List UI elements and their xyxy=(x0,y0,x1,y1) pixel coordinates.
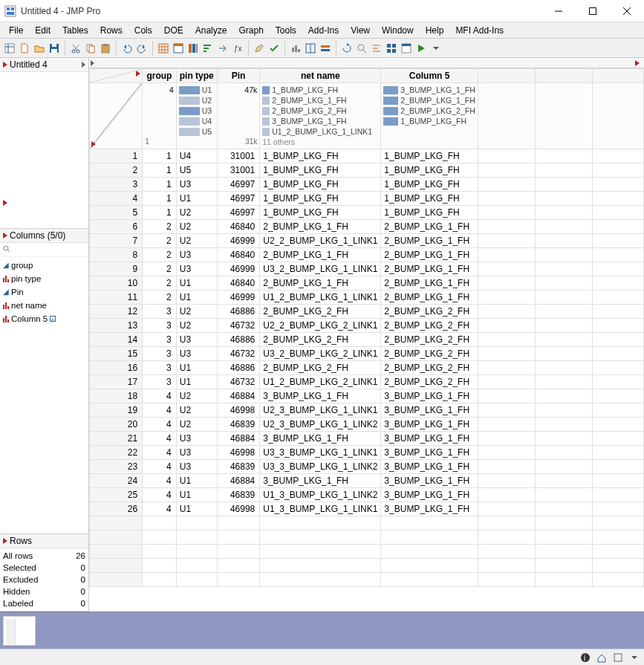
col-header-net-name[interactable]: net name xyxy=(260,69,381,83)
summary-pin[interactable]: 47k31k xyxy=(217,83,260,149)
cell-blank[interactable] xyxy=(593,234,644,248)
cell-netname[interactable]: 3_BUMP_LKG_1_FH xyxy=(260,474,381,488)
disclosure-icon[interactable] xyxy=(3,538,7,544)
cell-pintype[interactable]: U2 xyxy=(176,206,217,220)
cell-blank[interactable] xyxy=(593,276,644,291)
cell-column5[interactable]: 3_BUMP_LKG_1_FH xyxy=(381,474,478,488)
cell-blank[interactable] xyxy=(593,347,644,361)
column-item-group[interactable]: ◢group xyxy=(3,259,85,272)
cell-pin[interactable]: 46732 xyxy=(217,319,260,333)
cell-blank[interactable] xyxy=(535,163,592,178)
cell-blank[interactable] xyxy=(593,248,644,262)
cell-group[interactable]: 4 xyxy=(143,418,177,432)
expand-icon[interactable] xyxy=(611,651,625,664)
table-row[interactable]: 153U346732U3_2_BUMP_LKG_2_LINK12_BUMP_LK… xyxy=(90,347,644,361)
cell-column5[interactable]: 2_BUMP_LKG_1_FH xyxy=(381,248,478,262)
menu-tools[interactable]: Tools xyxy=(270,22,302,39)
cell-pin[interactable]: 46732 xyxy=(217,347,260,361)
cell-group[interactable]: 1 xyxy=(143,206,177,220)
paste-icon[interactable] xyxy=(99,42,112,55)
summary-corner[interactable] xyxy=(90,83,143,149)
cell-column5[interactable]: 3_BUMP_LKG_1_FH xyxy=(381,488,478,502)
cell-netname[interactable]: 1_BUMP_LKG_FH xyxy=(260,163,381,178)
menu-edit[interactable]: Edit xyxy=(29,22,56,39)
cell-blank[interactable] xyxy=(593,418,644,432)
corner-menu-icon[interactable] xyxy=(136,71,140,77)
cell-blank[interactable] xyxy=(593,163,644,178)
cell-pin[interactable]: 46840 xyxy=(217,248,260,262)
cell-blank[interactable] xyxy=(593,178,644,192)
table-row[interactable]: 72U246999U2_2_BUMP_LKG_1_LINK12_BUMP_LKG… xyxy=(90,234,644,248)
cell-netname[interactable]: U3_3_BUMP_LKG_1_LINK2 xyxy=(260,460,381,474)
table-row[interactable]: 62U2468402_BUMP_LKG_1_FH2_BUMP_LKG_1_FH xyxy=(90,220,644,234)
cell-blank[interactable] xyxy=(535,319,592,333)
column-item-net-name[interactable]: net name xyxy=(3,299,85,312)
menu-cols[interactable]: Cols xyxy=(129,22,158,39)
redo-icon[interactable] xyxy=(135,42,149,55)
cell-blank[interactable] xyxy=(593,474,644,488)
summary-cell[interactable]: 3_BUMP_LKG_1_FH2_BUMP_LKG_1_FH2_BUMP_LKG… xyxy=(381,83,478,149)
cell-blank[interactable] xyxy=(593,403,644,418)
cell-netname[interactable]: U2_2_BUMP_LKG_1_LINK1 xyxy=(260,234,381,248)
table-row[interactable]: 92U346999U3_2_BUMP_LKG_1_LINK12_BUMP_LKG… xyxy=(90,262,644,276)
cell-blank[interactable] xyxy=(535,446,592,460)
columns-panel-header[interactable]: Columns (5/0) xyxy=(0,229,88,243)
cell-pintype[interactable]: U1 xyxy=(176,502,217,516)
cell-blank[interactable] xyxy=(535,276,592,291)
cell-column5[interactable]: 3_BUMP_LKG_1_FH xyxy=(381,446,478,460)
cell-pin[interactable]: 46839 xyxy=(217,488,260,502)
disclosure-icon[interactable] xyxy=(3,62,7,68)
menu-help[interactable]: Help xyxy=(420,22,450,39)
cell-netname[interactable]: 2_BUMP_LKG_2_FH xyxy=(260,305,381,319)
cell-pintype[interactable]: U1 xyxy=(176,276,217,291)
cell-netname[interactable]: U2_3_BUMP_LKG_1_LINK1 xyxy=(260,403,381,418)
cell-column5[interactable]: 2_BUMP_LKG_2_FH xyxy=(381,305,478,319)
close-button[interactable] xyxy=(610,0,644,22)
cell-blank[interactable] xyxy=(535,375,592,389)
align-icon[interactable] xyxy=(370,42,383,55)
cell-netname[interactable]: U1_2_BUMP_LKG_1_LINK1 xyxy=(260,291,381,305)
cell-blank[interactable] xyxy=(593,291,644,305)
row-number[interactable]: 26 xyxy=(90,502,143,516)
row-number[interactable]: 2 xyxy=(90,163,143,178)
cell-column5[interactable]: 3_BUMP_LKG_1_FH xyxy=(381,418,478,432)
page-thumbnail[interactable] xyxy=(3,616,36,646)
cell-blank[interactable] xyxy=(535,262,592,276)
new-doc-icon[interactable] xyxy=(18,42,31,55)
new-table-icon[interactable] xyxy=(3,42,16,55)
cell-blank[interactable] xyxy=(478,276,535,291)
cell-group[interactable]: 3 xyxy=(143,319,177,333)
cell-group[interactable]: 4 xyxy=(143,389,177,403)
column-item-Pin[interactable]: ◢Pin xyxy=(3,285,85,299)
cell-group[interactable]: 1 xyxy=(143,192,177,206)
table-row[interactable]: 194U246998U2_3_BUMP_LKG_1_LINK13_BUMP_LK… xyxy=(90,403,644,418)
cell-column5[interactable]: 1_BUMP_LKG_FH xyxy=(381,206,478,220)
cell-pin[interactable]: 46998 xyxy=(217,403,260,418)
col-header-column-5[interactable]: Column 5 xyxy=(381,69,478,83)
cell-group[interactable]: 3 xyxy=(143,347,177,361)
cell-netname[interactable]: 1_BUMP_LKG_FH xyxy=(260,206,381,220)
cell-blank[interactable] xyxy=(535,418,592,432)
cell-blank[interactable] xyxy=(478,305,535,319)
cell-blank[interactable] xyxy=(478,389,535,403)
cut-icon[interactable] xyxy=(69,42,82,55)
grid-menu-icon[interactable] xyxy=(635,60,640,66)
cell-pin[interactable]: 46840 xyxy=(217,220,260,234)
status-menu-icon[interactable] xyxy=(628,651,641,664)
cell-netname[interactable]: 1_BUMP_LKG_FH xyxy=(260,178,381,192)
cell-blank[interactable] xyxy=(593,361,644,375)
cell-column5[interactable]: 2_BUMP_LKG_1_FH xyxy=(381,262,478,276)
row-number[interactable]: 5 xyxy=(90,206,143,220)
cell-pintype[interactable]: U5 xyxy=(176,163,217,178)
cell-pintype[interactable]: U3 xyxy=(176,347,217,361)
minimize-button[interactable] xyxy=(541,0,576,22)
menu-tables[interactable]: Tables xyxy=(56,22,94,39)
cell-blank[interactable] xyxy=(593,305,644,319)
cell-blank[interactable] xyxy=(535,149,592,163)
cell-netname[interactable]: U3_2_BUMP_LKG_2_LINK1 xyxy=(260,347,381,361)
scroll-left-icon[interactable] xyxy=(91,60,94,66)
cell-netname[interactable]: U1_2_BUMP_LKG_2_LINK1 xyxy=(260,375,381,389)
row-number[interactable]: 14 xyxy=(90,333,143,347)
cell-blank[interactable] xyxy=(535,502,592,516)
cell-blank[interactable] xyxy=(478,262,535,276)
